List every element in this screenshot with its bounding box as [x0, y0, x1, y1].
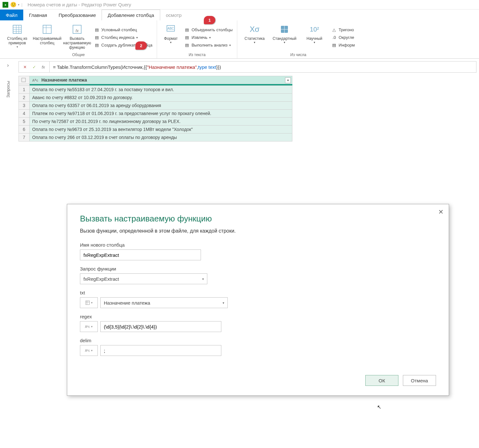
analyze-button[interactable]: ▤ Выполнить анализ ▾ — [183, 42, 234, 48]
quality-bar — [30, 84, 292, 85]
table-row[interactable]: 4Платеж по счету №97118 от 01.06.2019 г.… — [19, 110, 292, 118]
row-number[interactable]: 6 — [19, 126, 30, 134]
group-label: Из числа — [240, 53, 356, 58]
fx-string: "Назначение платежа" — [147, 64, 197, 70]
index-icon: ▤ — [94, 35, 99, 40]
scientific-button[interactable]: 10² Научный ▾ — [300, 22, 328, 53]
expand-sidebar-button[interactable]: › — [7, 62, 9, 68]
custom-column-button[interactable]: Настраиваемый столбец — [33, 22, 61, 53]
smiley-icon[interactable]: 🙂 — [10, 2, 17, 8]
table-row[interactable]: 1Оплата по счету №55183 от 27.04.2019 г.… — [19, 86, 292, 94]
fx-part: }}) — [216, 64, 221, 70]
row-number[interactable]: 2 — [19, 94, 30, 102]
excel-icon: x — [3, 2, 8, 8]
table-row[interactable]: 7Оплата по счету 266 от 03.12.2019 в сче… — [19, 134, 292, 141]
data-table: Aᴮc Назначение платежа ▾ 1Оплата по счет… — [18, 76, 292, 141]
label: Столбец из примеров — [3, 36, 31, 45]
cell[interactable]: По счету №72587 от 20.01.2019 г. по лице… — [30, 118, 292, 126]
label: Округле — [339, 35, 354, 40]
label: Формат — [164, 36, 178, 41]
svg-rect-6 — [43, 25, 51, 33]
label: Настраиваемый столбец — [33, 36, 61, 45]
cell[interactable]: Оплата по счету 63357 от 06.01.2019 за а… — [30, 102, 292, 110]
cell[interactable]: Оплата по счету №9673 от 25.10.2019 за в… — [30, 126, 292, 134]
cell[interactable]: Оплата по счету 266 от 03.12.2019 в счет… — [30, 134, 292, 141]
formula-bar: ✕ ✓ fx = Table.TransformColumnTypes(Исто… — [18, 61, 476, 73]
sidebar: › Запросы — [0, 59, 16, 141]
table-row[interactable]: 2Аванс по счету #8832 от 10.09.2019 по д… — [19, 94, 292, 102]
merge-columns-button[interactable]: ▤ Объединить столбцы — [183, 27, 234, 33]
statistics-button[interactable]: Χσ Статистика ▾ — [240, 22, 268, 53]
index-column-button[interactable]: ▤ Столбец индекса ▾ — [93, 34, 154, 41]
svg-text:ABC: ABC — [168, 27, 174, 30]
invoke-custom-function-button[interactable]: fx Вызвать настраиваемую функцию — [63, 22, 91, 53]
extract-button[interactable]: ▤ Извлечь ▾ — [183, 34, 234, 41]
row-number[interactable]: 5 — [19, 118, 30, 126]
column-name: Назначение платежа — [41, 77, 87, 83]
calc-icon — [279, 24, 290, 35]
info-button[interactable]: ▤ Информ — [330, 42, 356, 48]
row-number[interactable]: 4 — [19, 110, 30, 118]
cell[interactable]: Аванс по счету #8832 от 10.09.2019 по до… — [30, 94, 292, 102]
tab-transform[interactable]: Преобразование — [53, 10, 102, 20]
trig-icon: △ — [332, 27, 337, 33]
label: Объединить столбцы — [191, 27, 232, 32]
chevron-down-icon: ▾ — [254, 41, 255, 44]
formula-input[interactable]: = Table.TransformColumnTypes(Источник,{{… — [50, 61, 476, 72]
row-number[interactable]: 3 — [19, 102, 30, 110]
chevron-down-icon: ▾ — [209, 36, 211, 39]
round-icon: .0 — [332, 35, 337, 40]
merge-icon: ▤ — [184, 27, 189, 33]
accept-formula-button[interactable]: ✓ — [32, 65, 36, 69]
table-row[interactable]: 6Оплата по счету №9673 от 25.10.2019 за … — [19, 126, 292, 134]
ribbon-tabs: Файл Главная Преобразование Добавление с… — [0, 10, 479, 20]
cancel-formula-button[interactable]: ✕ — [23, 65, 27, 69]
col-from-examples-button[interactable]: Столбец из примеров ▾ — [3, 22, 31, 53]
label: Стандартный — [273, 36, 297, 41]
chevron-down-icon: ▾ — [314, 41, 315, 44]
chevron-down-icon: ▾ — [284, 41, 285, 44]
conditional-icon: ▤ — [94, 27, 99, 33]
tab-home[interactable]: Главная — [23, 10, 53, 20]
fx-part: = Table.TransformColumnTypes(Источник,{{ — [53, 64, 147, 70]
row-number[interactable]: 7 — [19, 134, 30, 141]
label: Тригоно — [339, 27, 354, 32]
label: Выполнить анализ — [191, 43, 227, 47]
corner-cell[interactable] — [19, 76, 30, 84]
table-row[interactable]: 5По счету №72587 от 20.01.2019 г. по лиц… — [19, 118, 292, 126]
duplicate-icon: ▤ — [94, 43, 99, 48]
ribbon: Столбец из примеров ▾ Настраиваемый стол… — [0, 20, 479, 59]
cell[interactable]: Платеж по счету №97118 от 01.06.2019 г. … — [30, 110, 292, 118]
cell[interactable]: Оплата по счету №55183 от 27.04.2019 г. … — [30, 86, 292, 94]
qat-dropdown-icon[interactable]: ▾ — [18, 3, 19, 6]
label: Информ — [339, 43, 355, 47]
label: Столбец индекса — [101, 35, 134, 40]
label: Научный — [307, 36, 322, 41]
tab-view[interactable]: осмотр — [160, 10, 187, 20]
group-label: Общие — [3, 53, 154, 58]
tab-file[interactable]: Файл — [0, 10, 23, 20]
callout-2: 2 — [135, 41, 147, 50]
format-button[interactable]: ABC Формат ▾ — [160, 22, 181, 53]
queries-label[interactable]: Запросы — [6, 81, 11, 98]
separator: | — [21, 2, 22, 7]
group-label: Из текста — [160, 53, 234, 58]
svg-text:fx: fx — [75, 29, 79, 33]
round-button[interactable]: .0 Округле — [330, 34, 356, 41]
text-type-icon: Aᴮc — [32, 78, 38, 82]
trig-button[interactable]: △ Тригоно — [330, 27, 356, 33]
fx-kw: text — [209, 64, 216, 70]
table-row[interactable]: 3Оплата по счету 63357 от 06.01.2019 за … — [19, 102, 292, 110]
title-bar: x 🙂 ▾ | Номера счетов и даты - Редактор … — [0, 0, 479, 10]
filter-button[interactable]: ▾ — [285, 77, 291, 83]
extract-icon: ▤ — [184, 35, 189, 40]
row-number[interactable]: 1 — [19, 86, 30, 94]
svg-rect-16 — [22, 78, 25, 82]
ribbon-group-general: Столбец из примеров ▾ Настраиваемый стол… — [0, 20, 157, 58]
chevron-down-icon: ▾ — [136, 36, 138, 39]
column-header[interactable]: Aᴮc Назначение платежа ▾ — [30, 76, 292, 84]
label: Извлечь — [191, 35, 207, 40]
tab-add-column[interactable]: Добавление столбца — [102, 10, 160, 20]
standard-button[interactable]: Стандартный ▾ — [270, 22, 298, 53]
conditional-column-button[interactable]: ▤ Условный столбец — [93, 27, 154, 33]
